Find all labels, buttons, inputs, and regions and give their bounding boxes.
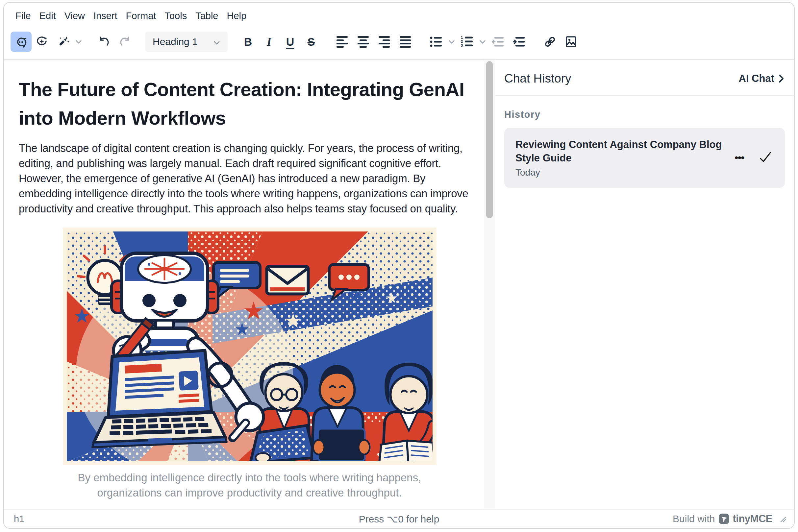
ai-shortcuts-button[interactable] — [32, 32, 53, 52]
ai-chat-link-label: AI Chat — [739, 73, 775, 84]
link-button[interactable] — [539, 32, 560, 52]
redo-icon — [118, 35, 132, 48]
history-item-title: Reviewing Content Against Company Blog S… — [516, 138, 726, 165]
history-section-label: History — [495, 96, 794, 128]
chat-history-sidebar: Chat History AI Chat History Reviewing C… — [495, 60, 794, 509]
menu-file[interactable]: File — [11, 8, 35, 23]
format-select[interactable]: Heading 1 — [145, 32, 228, 52]
tinymce-logo-icon — [718, 513, 729, 525]
menu-table[interactable]: Table — [191, 8, 222, 23]
editor-scrollbar[interactable] — [484, 60, 495, 509]
history-item-date: Today — [516, 167, 726, 178]
ai-chat-button[interactable] — [11, 32, 32, 52]
align-right-button[interactable] — [374, 32, 395, 52]
strikethrough-button[interactable]: S — [301, 32, 322, 52]
strikethrough-icon: S — [308, 36, 315, 48]
svg-text:3: 3 — [461, 43, 463, 48]
undo-icon — [97, 35, 111, 48]
justify-button[interactable] — [395, 32, 416, 52]
image-button[interactable] — [560, 32, 581, 52]
chevron-right-icon — [778, 74, 784, 83]
align-left-button[interactable] — [332, 32, 353, 52]
align-left-icon — [336, 36, 348, 48]
menu-format[interactable]: Format — [122, 8, 161, 23]
menu-insert[interactable]: Insert — [89, 8, 122, 23]
sidebar-title: Chat History — [504, 72, 571, 86]
history-item[interactable]: Reviewing Content Against Company Blog S… — [504, 128, 785, 188]
check-icon[interactable] — [759, 151, 772, 165]
tinymce-editor-window: File Edit View Insert Format Tools Table… — [3, 2, 795, 529]
svg-text:2: 2 — [461, 39, 463, 43]
menubar: File Edit View Insert Format Tools Table… — [4, 3, 794, 24]
align-center-icon — [357, 36, 369, 48]
element-path[interactable]: h1 — [14, 514, 24, 525]
main-area: The Future of Content Creation: Integrat… — [4, 59, 794, 509]
link-icon — [543, 35, 557, 48]
align-center-button[interactable] — [353, 32, 374, 52]
numbered-list-icon: 1 2 3 — [461, 36, 474, 48]
editable-content[interactable]: The Future of Content Creation: Integrat… — [4, 60, 495, 509]
menu-help[interactable]: Help — [222, 8, 250, 23]
svg-text:1: 1 — [461, 36, 463, 39]
format-select-value: Heading 1 — [153, 36, 198, 48]
underline-button[interactable]: U — [280, 32, 301, 52]
underline-icon: U — [286, 36, 294, 48]
editor-pane: The Future of Content Creation: Integrat… — [4, 60, 495, 509]
menu-view[interactable]: View — [60, 8, 89, 23]
history-item-menu-button[interactable]: ••• — [735, 152, 744, 164]
brand-prefix-text: Build with — [673, 513, 715, 525]
menu-edit[interactable]: Edit — [35, 8, 60, 23]
redo-button[interactable] — [114, 32, 135, 52]
outdent-icon — [492, 36, 504, 48]
tinymce-brand-link[interactable]: tinyMCE — [733, 513, 773, 525]
document-illustration[interactable]: By embedding intelligence directly into … — [63, 228, 437, 500]
indent-icon — [513, 36, 525, 48]
chevron-down-icon — [213, 36, 220, 48]
bullet-list-dropdown-chevron[interactable] — [447, 32, 457, 52]
bold-icon: B — [244, 36, 252, 48]
magic-wand-icon — [57, 35, 70, 48]
ai-shortcuts-icon — [36, 35, 49, 48]
document-paragraph: The landscape of digital content creatio… — [19, 141, 480, 216]
statusbar: h1 Press ⌥0 for help Build with tinyMCE — [4, 509, 794, 528]
numbered-list-dropdown-chevron[interactable] — [478, 32, 487, 52]
scrollbar-thumb[interactable] — [486, 61, 493, 218]
align-right-icon — [378, 36, 390, 48]
menu-tools[interactable]: Tools — [160, 8, 191, 23]
bold-button[interactable]: B — [238, 32, 259, 52]
italic-icon: I — [267, 35, 271, 49]
numbered-list-button[interactable]: 1 2 3 — [457, 32, 478, 52]
bullet-list-icon — [430, 36, 442, 48]
toolbar: Heading 1 B I U S — [4, 24, 794, 59]
image-caption: By embedding intelligence directly into … — [63, 470, 437, 500]
ai-chat-bubble-icon — [15, 35, 27, 48]
sidebar-header: Chat History AI Chat — [495, 60, 794, 95]
ai-chat-link[interactable]: AI Chat — [739, 73, 784, 84]
undo-button[interactable] — [93, 32, 114, 52]
justify-icon — [400, 36, 411, 48]
ai-tools-dropdown-chevron[interactable] — [74, 32, 83, 52]
bullet-list-button[interactable] — [426, 32, 447, 52]
italic-button[interactable]: I — [259, 32, 280, 52]
indent-button[interactable] — [508, 32, 530, 52]
outdent-button[interactable] — [487, 32, 508, 52]
resize-grip-icon[interactable] — [779, 515, 786, 522]
image-icon — [564, 35, 578, 48]
ai-tools-button[interactable] — [53, 32, 74, 52]
document-heading: The Future of Content Creation: Integrat… — [19, 75, 480, 132]
